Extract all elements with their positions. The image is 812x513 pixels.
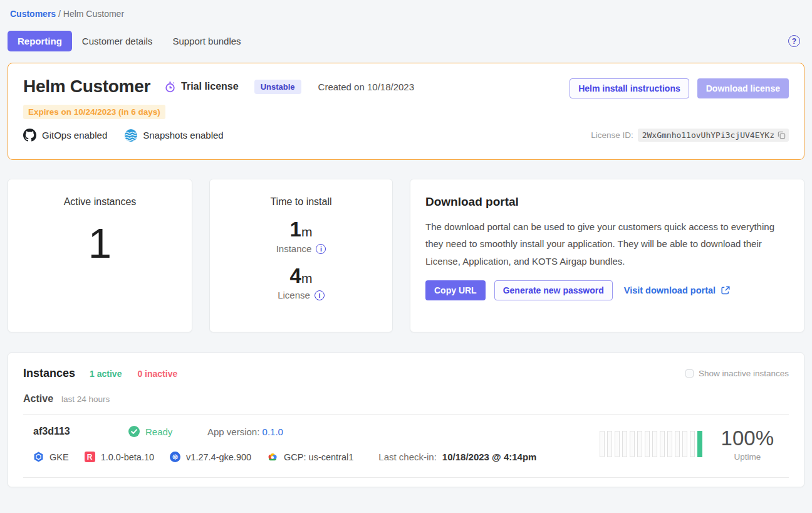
expires-pill: Expires on 10/24/2023 (in 6 days) bbox=[23, 105, 165, 119]
inactive-count: 0 inactive bbox=[137, 369, 177, 379]
app-release-meta: R 1.0.0-beta.10 bbox=[85, 452, 154, 462]
instance-line2: GKE R 1.0.0-beta.10 ☸ v1.27.4-gke.900 bbox=[33, 452, 600, 462]
cloud-region-label: GCP: us-central1 bbox=[284, 452, 353, 462]
uptime-bar bbox=[690, 431, 695, 457]
tab-reporting[interactable]: Reporting bbox=[8, 31, 72, 51]
instance-line1: af3d113 Ready App version: 0.1.0 bbox=[33, 426, 600, 437]
copy-icon[interactable] bbox=[778, 131, 786, 139]
license-id-label: License ID: bbox=[591, 130, 633, 140]
header-buttons: Helm install instructions Download licen… bbox=[570, 78, 789, 98]
active-section-header: Active last 24 hours bbox=[23, 393, 789, 405]
download-portal-title: Download portal bbox=[425, 195, 789, 209]
gke-icon bbox=[33, 452, 44, 462]
active-section-sublabel: last 24 hours bbox=[61, 394, 110, 404]
app-release-label: 1.0.0-beta.10 bbox=[101, 452, 154, 462]
uptime-bar bbox=[637, 431, 642, 457]
uptime-bar bbox=[630, 431, 635, 457]
customer-header-card: Helm Customer Trial license Unstable Cre… bbox=[8, 63, 804, 160]
license-install-label: License i bbox=[210, 290, 392, 300]
uptime-bar bbox=[667, 431, 672, 457]
uptime-bar bbox=[607, 431, 612, 457]
instances-header: Instances 1 active 0 inactive Show inact… bbox=[23, 367, 789, 380]
download-license-button[interactable]: Download license bbox=[697, 78, 789, 98]
row-divider-bottom bbox=[23, 477, 789, 478]
distribution-label: GKE bbox=[49, 452, 69, 462]
instance-install-label: Instance i bbox=[210, 243, 392, 254]
snapshots-flag: Snapshots enabled bbox=[125, 129, 223, 142]
show-inactive-checkbox[interactable] bbox=[685, 369, 694, 378]
license-install-time: 4m bbox=[210, 264, 392, 288]
flags-row: GitOps enabled Snapshots enabled License… bbox=[23, 129, 789, 142]
uptime-bar bbox=[675, 431, 680, 457]
snapshots-icon bbox=[125, 129, 137, 142]
download-portal-description: The download portal can be used to give … bbox=[425, 218, 781, 270]
generate-password-button[interactable]: Generate new password bbox=[494, 280, 613, 300]
created-date: Created on 10/18/2023 bbox=[318, 82, 414, 92]
uptime-bar bbox=[652, 431, 657, 457]
help-icon[interactable]: ? bbox=[788, 35, 800, 47]
uptime-label: Uptime bbox=[721, 452, 774, 462]
uptime-bar bbox=[615, 431, 620, 457]
breadcrumb-separator: / bbox=[58, 9, 63, 19]
app-version: App version: 0.1.0 bbox=[207, 426, 283, 437]
distribution-meta: GKE bbox=[33, 452, 69, 462]
active-instances-title: Active instances bbox=[8, 196, 192, 208]
copy-url-button[interactable]: Copy URL bbox=[425, 280, 486, 300]
show-inactive-toggle[interactable]: Show inactive instances bbox=[685, 369, 789, 378]
last-checkin-label: Last check-in: bbox=[378, 452, 437, 462]
instance-info-icon[interactable]: i bbox=[316, 244, 326, 254]
active-instances-card: Active instances 1 bbox=[8, 179, 192, 332]
time-to-install-card: Time to install 1m Instance i 4m License… bbox=[209, 179, 393, 332]
license-id-value: 2WxGmnho11ovUhYPi3cjUV4EYKz bbox=[638, 129, 789, 142]
tab-support-bundles[interactable]: Support bundles bbox=[162, 31, 251, 51]
uptime-value: 100% bbox=[721, 426, 774, 450]
external-link-icon bbox=[721, 285, 731, 295]
stopwatch-icon bbox=[164, 81, 176, 93]
breadcrumb-current: Helm Customer bbox=[63, 9, 124, 19]
page: Customers / Helm Customer Reporting Cust… bbox=[0, 0, 812, 487]
tab-bar: Reporting Customer details Support bundl… bbox=[8, 31, 804, 51]
breadcrumb-customers-link[interactable]: Customers bbox=[10, 9, 56, 19]
helm-install-instructions-button[interactable]: Helm install instructions bbox=[570, 78, 689, 98]
replicated-icon: R bbox=[85, 452, 95, 462]
uptime-bar bbox=[697, 431, 702, 457]
instance-status: Ready bbox=[128, 426, 207, 437]
download-portal-card: Download portal The download portal can … bbox=[410, 179, 804, 332]
visit-download-portal-link[interactable]: Visit download portal bbox=[624, 285, 731, 295]
tab-customer-details[interactable]: Customer details bbox=[72, 31, 163, 51]
kubernetes-icon: ☸ bbox=[170, 452, 180, 462]
instance-details: af3d113 Ready App version: 0.1.0 bbox=[33, 426, 600, 462]
license-id-row: License ID: 2WxGmnho11ovUhYPi3cjUV4EYKz bbox=[591, 129, 789, 142]
instance-id: af3d113 bbox=[33, 426, 128, 437]
snapshots-label: Snapshots enabled bbox=[143, 130, 223, 140]
instances-title: Instances bbox=[23, 367, 75, 380]
license-type-label: Trial license bbox=[181, 81, 239, 92]
k8s-version-label: v1.27.4-gke.900 bbox=[186, 452, 251, 462]
active-section-label: Active bbox=[23, 393, 53, 405]
last-checkin-value: 10/18/2023 @ 4:14pm bbox=[442, 452, 537, 462]
uptime-bar bbox=[600, 431, 605, 457]
license-info-icon[interactable]: i bbox=[315, 290, 325, 300]
gcp-icon bbox=[267, 452, 278, 462]
channel-badge: Unstable bbox=[254, 80, 301, 94]
ready-check-icon bbox=[128, 426, 140, 437]
github-icon bbox=[23, 129, 36, 142]
customer-name: Helm Customer bbox=[23, 77, 150, 97]
instance-install-time: 1m bbox=[210, 218, 392, 241]
k8s-version-meta: ☸ v1.27.4-gke.900 bbox=[170, 452, 251, 462]
show-inactive-label: Show inactive instances bbox=[699, 369, 789, 378]
stats-row: Active instances 1 Time to install 1m In… bbox=[8, 179, 804, 332]
uptime-bar bbox=[682, 431, 687, 457]
uptime-bars bbox=[600, 431, 702, 457]
app-version-link[interactable]: 0.1.0 bbox=[263, 426, 283, 437]
time-to-install-title: Time to install bbox=[210, 196, 392, 208]
uptime-bar bbox=[645, 431, 650, 457]
instance-status-label: Ready bbox=[145, 426, 172, 437]
instance-row[interactable]: af3d113 Ready App version: 0.1.0 bbox=[23, 415, 789, 477]
uptime-summary: 100% Uptime bbox=[721, 426, 774, 462]
uptime-bar bbox=[622, 431, 627, 457]
cloud-region-meta: GCP: us-central1 bbox=[267, 452, 353, 462]
active-instances-value: 1 bbox=[8, 219, 192, 267]
license-type: Trial license bbox=[164, 81, 239, 93]
active-count: 1 active bbox=[90, 369, 122, 379]
